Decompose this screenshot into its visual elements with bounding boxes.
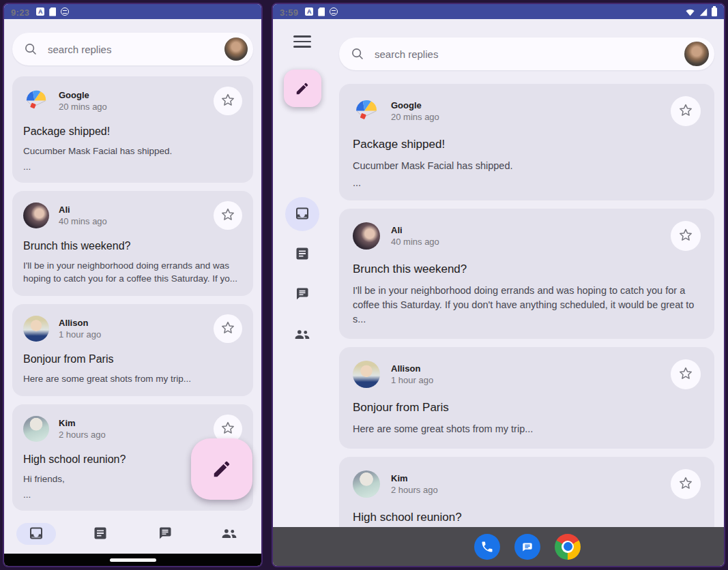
battery-icon xyxy=(712,7,717,16)
phone-app-icon[interactable] xyxy=(474,534,500,560)
star-icon xyxy=(678,475,694,492)
sender-name: Kim xyxy=(391,473,671,483)
google-parachute-avatar xyxy=(353,97,380,125)
phone-screen: 9:23 A xyxy=(3,3,263,567)
navigation-rail xyxy=(273,19,332,527)
gesture-handle[interactable] xyxy=(110,558,156,562)
profile-avatar[interactable] xyxy=(684,42,709,66)
status-system-icons xyxy=(685,7,717,16)
email-time: 20 mins ago xyxy=(59,102,214,112)
inbox-icon xyxy=(28,525,44,541)
email-card-ali[interactable]: Ali 40 mins ago Brunch this weekend? I'l… xyxy=(12,191,253,296)
article-icon xyxy=(294,245,310,262)
search-input[interactable] xyxy=(375,48,684,60)
email-card-allison[interactable]: Allison 1 hour ago Bonjour from Paris He… xyxy=(12,304,253,396)
google-parachute-avatar xyxy=(23,88,49,114)
sender-name: Allison xyxy=(59,318,214,328)
app-notification-icon: A xyxy=(36,7,44,16)
edit-pencil-icon xyxy=(295,81,310,96)
sim-status-icon xyxy=(49,7,56,16)
tablet-app-surface: Google 20 mins ago Package shipped! Cucu… xyxy=(273,19,724,527)
favorite-button[interactable] xyxy=(671,96,701,126)
sender-avatar xyxy=(23,202,49,228)
phone-app-surface: Google 20 mins ago Package shipped! Cucu… xyxy=(4,19,261,554)
email-preview: I'll be in your neighborhood doing erran… xyxy=(23,259,242,285)
tablet-screen: 3:59 A xyxy=(272,3,725,567)
email-subject: Package shipped! xyxy=(23,125,242,138)
phone-handset-icon xyxy=(480,540,494,554)
email-card-google[interactable]: Google 20 mins ago Package shipped! Cucu… xyxy=(339,84,714,200)
email-preview: Here are some great shots from my trip..… xyxy=(23,372,242,385)
email-subject: High school reunion? xyxy=(353,511,701,524)
taskbar xyxy=(273,527,724,566)
rail-item-groups[interactable] xyxy=(285,318,319,352)
rail-item-chat[interactable] xyxy=(285,278,319,312)
favorite-button[interactable] xyxy=(671,221,701,251)
data-saver-icon xyxy=(330,7,338,16)
favorite-button[interactable] xyxy=(671,359,701,389)
bottom-navigation xyxy=(4,514,261,554)
chrome-app-icon[interactable] xyxy=(555,534,581,560)
email-time: 2 hours ago xyxy=(391,485,671,495)
search-bar[interactable] xyxy=(339,38,714,70)
nav-item-articles[interactable] xyxy=(68,514,132,554)
sim-status-icon xyxy=(318,7,325,16)
email-time: 2 hours ago xyxy=(59,430,214,440)
star-icon xyxy=(220,420,236,436)
sender-name: Allison xyxy=(391,363,671,374)
status-notification-icons: A xyxy=(305,7,338,16)
chat-icon xyxy=(157,525,173,541)
gesture-bar xyxy=(4,554,261,566)
groups-icon xyxy=(220,524,238,542)
email-card-kim[interactable]: Kim 2 hours ago High school reunion? Hi … xyxy=(339,457,714,527)
search-icon xyxy=(23,42,38,57)
sender-name: Ali xyxy=(59,205,214,215)
sender-name: Google xyxy=(59,90,214,100)
nav-item-groups[interactable] xyxy=(197,514,261,554)
sender-name: Ali xyxy=(391,225,671,235)
favorite-button[interactable] xyxy=(214,201,242,230)
email-list: Google 20 mins ago Package shipped! Cucu… xyxy=(339,84,714,527)
email-time: 40 mins ago xyxy=(391,237,671,247)
search-bar[interactable] xyxy=(12,33,253,65)
status-clock: 9:23 xyxy=(11,7,29,18)
wifi-icon xyxy=(685,7,695,16)
phone-status-bar: 9:23 A xyxy=(4,4,261,19)
messages-app-icon[interactable] xyxy=(514,534,540,560)
menu-button[interactable] xyxy=(289,33,316,50)
desktop-background: 9:23 A xyxy=(0,0,728,570)
email-ellipsis: ... xyxy=(23,162,242,172)
email-subject: Brunch this weekend? xyxy=(23,240,242,252)
email-card-google[interactable]: Google 20 mins ago Package shipped! Cucu… xyxy=(12,76,253,183)
email-card-allison[interactable]: Allison 1 hour ago Bonjour from Paris He… xyxy=(339,347,714,449)
rail-item-articles[interactable] xyxy=(285,237,319,271)
groups-icon xyxy=(293,325,311,343)
email-card-ali[interactable]: Ali 40 mins ago Brunch this weekend? I'l… xyxy=(339,209,714,339)
inbox-icon xyxy=(294,205,310,222)
sender-avatar xyxy=(353,97,380,125)
search-input[interactable] xyxy=(48,44,224,55)
chat-icon xyxy=(294,286,310,302)
email-ellipsis: ... xyxy=(353,177,701,188)
compose-fab[interactable] xyxy=(191,438,252,500)
article-icon xyxy=(92,525,108,541)
status-notification-icons: A xyxy=(36,7,69,16)
email-subject: Brunch this weekend? xyxy=(353,262,701,276)
email-preview: Cucumber Mask Facial has shipped. xyxy=(23,145,242,158)
nav-item-inbox[interactable] xyxy=(4,514,68,554)
favorite-button[interactable] xyxy=(671,469,701,499)
email-time: 1 hour ago xyxy=(391,375,671,385)
email-time: 40 mins ago xyxy=(59,216,214,226)
sender-avatar xyxy=(23,416,49,442)
favorite-button[interactable] xyxy=(214,314,242,343)
sender-avatar xyxy=(23,88,49,114)
rail-item-inbox[interactable] xyxy=(285,197,319,231)
nav-item-chat[interactable] xyxy=(133,514,197,554)
sender-name: Kim xyxy=(59,418,214,428)
favorite-button[interactable] xyxy=(214,87,242,115)
profile-avatar[interactable] xyxy=(224,38,248,61)
compose-fab[interactable] xyxy=(284,70,321,107)
email-time: 20 mins ago xyxy=(391,112,671,122)
sender-avatar xyxy=(23,316,49,342)
email-subject: Bonjour from Paris xyxy=(353,401,701,415)
